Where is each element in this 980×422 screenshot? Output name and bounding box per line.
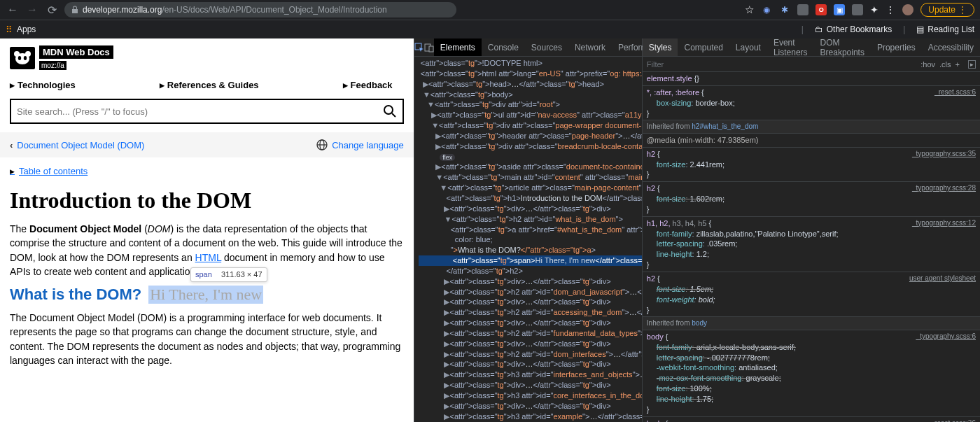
filter-input[interactable]: Filter: [647, 60, 664, 69]
dom-node[interactable]: ▶<attr">class="tg">h2 attr">id="fundamen…: [419, 328, 642, 339]
mdn-logo[interactable]: MDN Web Docs moz://a: [10, 45, 404, 70]
svg-rect-12: [429, 46, 433, 52]
filter-button[interactable]: .cls: [939, 60, 951, 69]
devtools-styles-panel: StylesComputedLayoutEvent ListenersDOM B…: [643, 38, 980, 422]
styles-tab-properties[interactable]: Properties: [871, 38, 922, 56]
dom-node[interactable]: ▼<attr">class="tg">div attr">id="root">: [419, 99, 642, 110]
heading-permalink[interactable]: What is the DOM?: [10, 286, 141, 303]
styles-rules[interactable]: element.style {}*, :after, :before {_res…: [643, 72, 980, 422]
styles-tab-accessibility[interactable]: Accessibility: [922, 38, 980, 56]
dom-node[interactable]: ▶<attr">class="tg">div>…</attr">class="t…: [419, 276, 642, 287]
star-icon[interactable]: ☆: [745, 3, 754, 16]
dom-node[interactable]: ▶<attr">class="tg">aside attr">class="do…: [419, 162, 642, 172]
dom-node[interactable]: ▶<attr">class="tg">div>…</attr">class="t…: [419, 318, 642, 328]
mdn-logo-icon: [10, 47, 35, 69]
dom-node[interactable]: ▶<attr">class="tg">div>…</attr">class="t…: [419, 339, 642, 349]
dom-tree[interactable]: <attr">class="tg">!DOCTYPE html> <attr">…: [414, 57, 642, 422]
dom-node[interactable]: ▶<attr">class="tg">h3 attr">id="interfac…: [419, 370, 642, 380]
menu-icon[interactable]: ⋮: [886, 4, 895, 15]
dom-node[interactable]: ▶<attr">class="tg">h3 attr">id="core_int…: [419, 391, 642, 401]
dom-node[interactable]: ▶<attr">class="tg">ul attr">id="nav-acce…: [419, 110, 642, 120]
dom-node[interactable]: <attr">class="tg">h1>Introduction to the…: [419, 193, 642, 204]
dom-node[interactable]: ▶<attr">class="tg">h2 attr">id="accessin…: [419, 307, 642, 318]
breadcrumb-back[interactable]: ‹ Document Object Model (DOM): [10, 140, 144, 150]
inspect-element-icon[interactable]: [414, 38, 424, 56]
nav-references[interactable]: ▶References & Guides: [160, 80, 259, 90]
extension-icon[interactable]: [797, 4, 808, 15]
search-icon[interactable]: [383, 104, 397, 118]
devtools-tab-sources[interactable]: Sources: [525, 38, 568, 56]
extension-icon[interactable]: [852, 4, 863, 15]
css-rule[interactable]: h2 {_typography.scss:35font-size: 2.441r…: [643, 148, 980, 183]
extension-icon[interactable]: ✱: [779, 4, 790, 15]
forward-button[interactable]: →: [25, 3, 39, 17]
css-rule[interactable]: h2 {_typography.scss:28font-size: 1.602r…: [643, 182, 980, 217]
dom-node[interactable]: ▼<attr">class="tg">body>: [419, 90, 642, 100]
dom-node[interactable]: ▼<attr">class="tg">div attr">class="page…: [419, 120, 642, 131]
dom-node[interactable]: </attr">class="tg">h2>: [419, 266, 642, 276]
devtools-tab-elements[interactable]: Elements: [434, 38, 482, 56]
apps-shortcut[interactable]: ⠿ Apps: [6, 24, 36, 35]
dom-node[interactable]: color: blue;: [419, 234, 642, 245]
dom-node[interactable]: ▶<attr">class="tg">div>…</attr">class="t…: [419, 401, 642, 412]
dom-node[interactable]: <attr">class="tg">html attr">lang="en-US…: [419, 69, 642, 79]
styles-tab-dom-breakpoints[interactable]: DOM Breakpoints: [814, 38, 871, 56]
css-rule[interactable]: element.style {}: [643, 72, 980, 86]
dom-node[interactable]: ▼<attr">class="tg">article attr">class="…: [419, 183, 642, 193]
media-query: @media (min-width: 47.9385em): [643, 134, 980, 148]
other-bookmarks[interactable]: 🗀 Other Bookmarks: [815, 24, 892, 34]
back-button[interactable]: ←: [6, 3, 20, 17]
dom-node[interactable]: ▼<attr">class="tg">main attr">id="conten…: [419, 172, 642, 183]
css-rule[interactable]: body {_typography.scss:6font-family: ari…: [643, 330, 980, 417]
puzzle-icon[interactable]: ✦: [870, 4, 878, 15]
profile-avatar[interactable]: [902, 4, 913, 15]
html-link[interactable]: HTML: [195, 252, 222, 263]
dom-node[interactable]: ▶<attr">class="tg">div attr">class="brea…: [419, 141, 642, 152]
dom-node[interactable]: <attr">class="tg">!DOCTYPE html>: [419, 58, 642, 69]
css-rule[interactable]: body {_reset.scss:36min-height: 100vh;sc…: [643, 417, 980, 422]
devtools-tab-network[interactable]: Network: [568, 38, 612, 56]
dom-node[interactable]: flex: [419, 152, 642, 162]
nav-feedback[interactable]: ▶Feedback: [343, 80, 393, 90]
dom-node[interactable]: ▶<attr">class="tg">div>…</attr">class="t…: [419, 380, 642, 391]
dom-node[interactable]: ▼<attr">class="tg">h2 attr">id="what_is_…: [419, 214, 642, 225]
css-rule[interactable]: *, :after, :before {_reset.scss:6box-siz…: [643, 86, 980, 121]
dom-node[interactable]: <attr">class="tg">span>Hi There, I'm new…: [419, 255, 642, 266]
css-rule[interactable]: h1, h2, h3, h4, h5 {_typography.scss:12f…: [643, 217, 980, 272]
dom-node[interactable]: ▶<attr">class="tg">h2 attr">id="dom_and_…: [419, 287, 642, 297]
dom-node[interactable]: ▶<attr">class="tg">div>…</attr">class="t…: [419, 359, 642, 370]
update-button[interactable]: Update⋮: [920, 3, 974, 17]
search-input[interactable]: [17, 106, 383, 117]
dom-node[interactable]: ">What is the DOM?</"attr">class="tg">a>: [419, 245, 642, 255]
dom-node[interactable]: <attr">class="tg">a attr">href="#what_is…: [419, 225, 642, 235]
styles-tab-layout[interactable]: Layout: [729, 38, 767, 56]
extension-icon[interactable]: O: [816, 4, 827, 15]
styles-tab-styles[interactable]: Styles: [643, 38, 678, 56]
mdn-mozilla-text: moz://a: [39, 61, 66, 70]
table-of-contents-toggle[interactable]: ▶Table of contents: [0, 157, 414, 176]
dom-node[interactable]: ▶<attr">class="tg">div>…</attr">class="t…: [419, 204, 642, 214]
reading-list[interactable]: ▤ Reading List: [916, 24, 974, 34]
inspected-span: Hi There, I'm new: [148, 286, 263, 304]
styles-tab-computed[interactable]: Computed: [678, 38, 729, 56]
css-rule[interactable]: h2 {user agent stylesheetfont-size: 1.5e…: [643, 272, 980, 317]
dom-node[interactable]: ▶<attr">class="tg">div>…</attr">class="t…: [419, 297, 642, 307]
styles-tab-event-listeners[interactable]: Event Listeners: [767, 38, 814, 56]
device-toolbar-icon[interactable]: [424, 38, 434, 56]
extension-icon[interactable]: ▣: [834, 4, 845, 15]
toggle-panel-icon[interactable]: ▸: [968, 60, 976, 69]
change-language[interactable]: Change language: [316, 139, 404, 150]
dom-node[interactable]: ▶<attr">class="tg">header attr">class="p…: [419, 131, 642, 141]
reading-list-icon: ▤: [916, 24, 924, 34]
nav-technologies[interactable]: ▶Technologies: [10, 80, 76, 90]
filter-button[interactable]: +: [955, 60, 960, 69]
reload-button[interactable]: ⟳: [45, 3, 59, 17]
filter-button[interactable]: :hov: [920, 60, 935, 69]
dom-node[interactable]: ▶<attr">class="tg">h2 attr">id="dom_inte…: [419, 349, 642, 360]
dom-node[interactable]: ▶<attr">class="tg">head>…</attr">class="…: [419, 79, 642, 90]
devtools-tab-console[interactable]: Console: [482, 38, 525, 56]
lock-icon: [71, 6, 78, 14]
dom-node[interactable]: ▶<attr">class="tg">h3 attr">id="example"…: [419, 412, 642, 422]
extension-icon[interactable]: ◉: [761, 4, 772, 15]
address-bar[interactable]: developer.mozilla.org/en-US/docs/Web/API…: [64, 2, 456, 17]
